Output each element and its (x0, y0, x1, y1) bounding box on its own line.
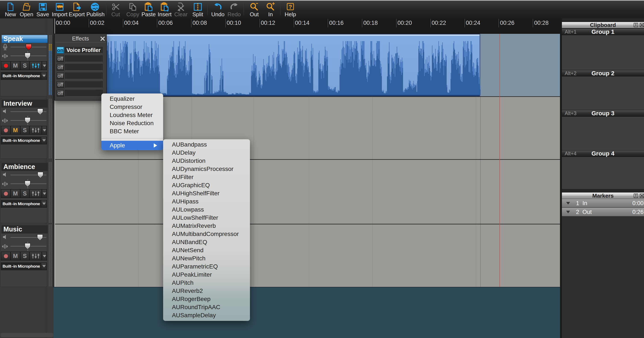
svg-text:?: ? (289, 4, 292, 10)
